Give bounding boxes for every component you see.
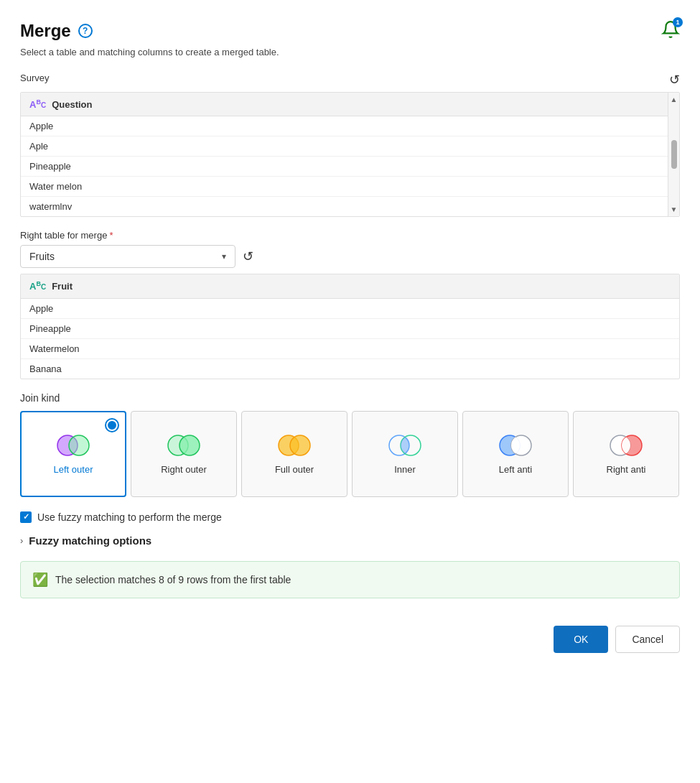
survey-col-icon: ABC [29,98,46,110]
list-item[interactable]: Apple [21,299,679,319]
table-row[interactable]: Water melon [21,177,668,197]
table-row[interactable]: Apple [21,116,668,136]
dropdown-value: Fruits [29,251,55,262]
list-item[interactable]: Banana [21,359,679,379]
svg-point-1 [69,435,89,455]
survey-col-name: Question [52,99,92,110]
survey-table-header: ABC Question [21,93,668,116]
fuzzy-matching-row: ✓ Use fuzzy matching to perform the merg… [20,511,680,523]
survey-label: Survey [20,73,49,83]
right-table-dropdown[interactable]: Fruits ▾ [20,245,235,268]
join-option-right-anti[interactable]: Right anti [573,411,679,497]
right-outer-venn [165,432,202,458]
join-option-label: Left anti [499,464,532,475]
survey-table: ABC Question Apple Aple Pineapple Water … [20,92,680,217]
full-outer-venn [276,432,313,458]
join-option-label: Inner [394,464,416,475]
join-option-left-anti[interactable]: Left anti [462,411,569,497]
fruit-table-header: ABC Fruit [21,274,679,298]
survey-table-content: ABC Question Apple Aple Pineapple Water … [21,93,668,216]
chevron-right-icon: › [20,535,23,546]
status-text: The selection matches 8 of 9 rows from t… [55,574,291,585]
fuzzy-options-row[interactable]: › Fuzzy matching options [20,534,680,547]
list-item[interactable]: Pineapple [21,319,679,339]
table-row[interactable]: watermlnv [21,197,668,216]
join-option-label: Left outer [54,464,93,475]
table-row[interactable]: Aple [21,136,668,157]
fuzzy-options-label: Fuzzy matching options [29,534,151,547]
right-anti-venn [607,432,645,458]
title-group: Merge ? [20,21,93,41]
survey-section-header: Survey ↺ [20,72,680,88]
dialog-footer: OK Cancel [20,618,680,653]
status-message: ✅ The selection matches 8 of 9 rows from… [20,561,680,598]
dialog-header: Merge ? 1 [20,20,680,41]
right-table-label: Right table for merge* [20,230,680,241]
notification-badge: 1 [673,17,683,27]
dialog-subtitle: Select a table and matching columns to c… [20,47,680,57]
right-table-section: Right table for merge* Fruits ▾ ↺ ABC Fr… [20,230,680,379]
right-table-refresh-icon[interactable]: ↺ [243,249,253,264]
fruits-table: ABC Fruit Apple Pineapple Watermelon Ban… [20,274,680,379]
left-anti-venn [497,432,534,458]
cancel-button[interactable]: Cancel [615,626,680,653]
checkbox-check-icon: ✓ [23,512,29,522]
scroll-thumb[interactable] [671,140,677,169]
selected-indicator [106,420,118,431]
fuzzy-checkbox[interactable]: ✓ [20,511,32,523]
svg-point-3 [179,435,200,455]
join-option-right-outer[interactable]: Right outer [131,411,237,497]
list-item[interactable]: Watermelon [21,339,679,359]
join-option-label: Right anti [607,464,646,475]
left-outer-venn [55,432,92,458]
status-check-icon: ✅ [32,572,48,588]
right-table-dropdown-row: Fruits ▾ ↺ [20,245,680,268]
inner-venn [386,432,424,458]
svg-point-5 [290,435,310,455]
page-title: Merge [20,21,71,41]
join-option-full-outer[interactable]: Full outer [241,411,347,497]
join-option-left-outer[interactable]: Left outer [20,411,126,497]
chevron-down-icon: ▾ [222,251,226,261]
survey-refresh-icon[interactable]: ↺ [669,72,680,88]
join-option-label: Right outer [161,464,207,475]
scroll-down-arrow[interactable]: ▼ [669,204,679,215]
ok-button[interactable]: OK [554,626,608,653]
survey-table-wrapper: ABC Question Apple Aple Pineapple Water … [21,93,679,216]
join-option-label: Full outer [275,464,314,475]
survey-scrollbar[interactable]: ▲ ▼ [668,93,679,216]
join-option-inner[interactable]: Inner [352,411,458,497]
fruit-col-name: Fruit [52,281,73,292]
merge-dialog: Merge ? 1 Select a table and matching co… [0,0,700,783]
help-icon[interactable]: ? [78,24,93,38]
join-kind-label: Join kind [20,392,680,404]
fuzzy-label: Use fuzzy matching to perform the merge [37,511,222,523]
required-star: * [109,230,113,241]
table-row[interactable]: Pineapple [21,157,668,177]
notification-icon[interactable]: 1 [661,20,680,41]
scroll-up-arrow[interactable]: ▲ [669,94,679,105]
fruit-col-icon: ABC [29,280,46,292]
join-options: Left outer Right outer Full outer [20,411,680,497]
